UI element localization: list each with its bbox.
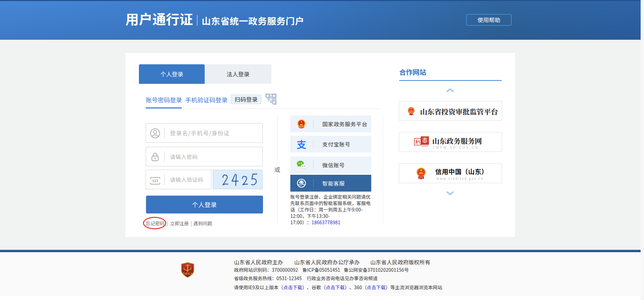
- svg-text:123: 123: [152, 177, 158, 183]
- svg-text:党政机关: 党政机关: [182, 272, 193, 275]
